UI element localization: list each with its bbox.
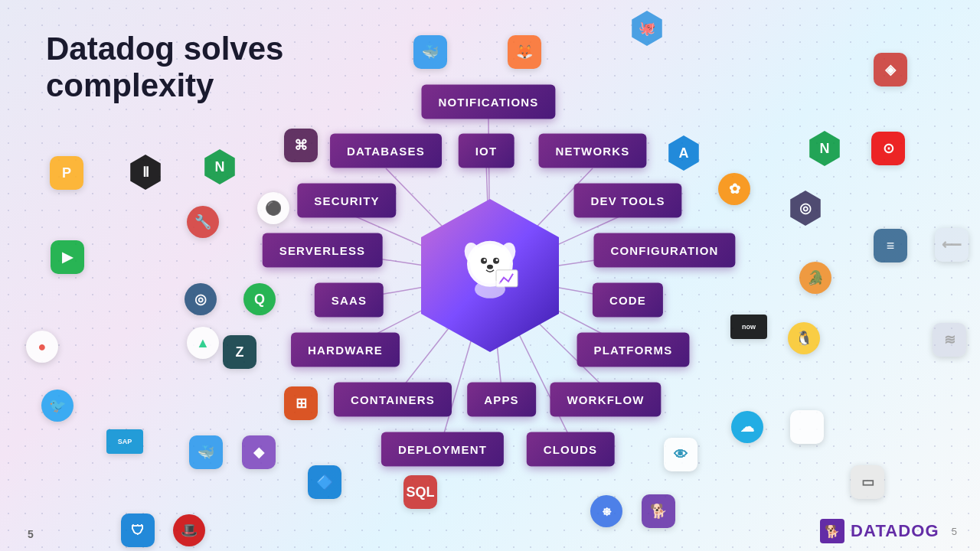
logo-puppet: P [50,156,83,190]
mascot-svg [452,232,528,308]
datadog-branding: 🐕 DATADOG 5 [820,519,957,543]
category-clouds: CLOUDS [527,432,615,467]
logo-kamon: ✿ [718,173,750,205]
logo-newrelic: ≋ [933,323,966,357]
svg-point-25 [496,259,498,261]
title-line2: complexity [46,67,214,103]
logo-wavefront: ⟵ [935,228,969,262]
category-deployment: DEPLOYMENT [381,432,504,467]
logo-azure: A [666,135,701,171]
logo-terraform: ◆ [242,435,276,469]
logo-ms-defender: 🛡 [121,514,155,547]
datadog-icon: 🐕 [820,519,844,543]
logo-salesforce: ☁ [731,411,763,443]
logo-ms365: ⊞ [284,386,318,420]
logo-jenkins: 🔧 [187,206,219,238]
logo-sql: SQL [403,475,437,509]
logo-aws-box: ▭ [851,465,884,499]
category-saas: SAAS [315,283,384,318]
logo-kubernetes: ⎈ [590,495,622,527]
page-number-left: 5 [28,528,34,540]
logo-hashicorp: Ⅱ [128,155,163,190]
logo-cassandra: 👁 [664,438,697,471]
logo-ansible: ⊙ [871,132,905,165]
slide-title: Datadog solves complexity [46,31,283,105]
logo-pagerduty2: Q [243,283,276,315]
logo-apple [790,410,824,444]
center-hexagon [406,191,574,360]
logo-twitter: 🐦 [41,390,74,422]
category-networks: NETWORKS [538,134,646,168]
svg-text:🐕: 🐕 [825,524,840,539]
logo-sap: SAP [106,429,143,454]
logo-github: ⚫ [257,192,289,224]
logo-octopus: 🐙 [629,11,665,46]
logo-slack: ⌘ [284,129,318,162]
category-containers: CONTAINERS [334,383,452,417]
logo-nginx: N [807,131,842,166]
logo-zendesk: Z [223,335,256,369]
category-devtools: DEV TOOLS [573,184,681,218]
category-databases: DATABASES [330,134,442,168]
logo-rubygems: ◈ [874,53,907,86]
logo-now: now [730,315,767,339]
logo-stackify: ≡ [874,229,907,262]
category-code: CODE [593,283,663,318]
logo-pagerduty: ▶ [51,240,84,274]
logo-sentry: ◎ [788,191,823,226]
logo-gitlab: 🦊 [508,35,541,69]
logo-circonus: ◎ [185,283,217,315]
category-hardware: HARDWARE [291,333,400,367]
category-workflow: WORKFLOW [550,383,661,417]
category-apps: APPS [467,383,536,417]
category-iot: IOT [459,134,514,168]
logo-nginx2: N [202,149,237,184]
logo-azure2: 🔷 [308,465,341,499]
category-notifications: NOTIFICATIONS [421,85,555,119]
svg-point-26 [487,265,493,269]
datadog-logo-text: DATADOG [851,521,939,541]
logo-docker: 🐳 [189,435,223,469]
logo-datadog2: 🐕 [642,494,675,528]
logo-chef: 🐊 [799,262,831,294]
page-number-right: 5 [952,526,957,537]
logo-redhat: 🎩 [173,514,205,546]
logo-linux: 🐧 [788,322,820,354]
title-line1: Datadog solves [46,31,283,67]
slide: Datadog solves complexity [0,0,980,551]
svg-point-28 [475,280,505,298]
category-serverless: SERVERLESS [263,233,383,268]
category-platforms: PLATFORMS [577,333,689,367]
svg-point-24 [484,259,486,261]
category-security: SECURITY [297,184,396,218]
logo-gsuite: ● [26,331,58,363]
logo-docker-blue: 🐳 [413,35,447,69]
logo-buildkite: ▲ [187,327,219,359]
category-configuration: CONFIGURATION [593,233,735,268]
